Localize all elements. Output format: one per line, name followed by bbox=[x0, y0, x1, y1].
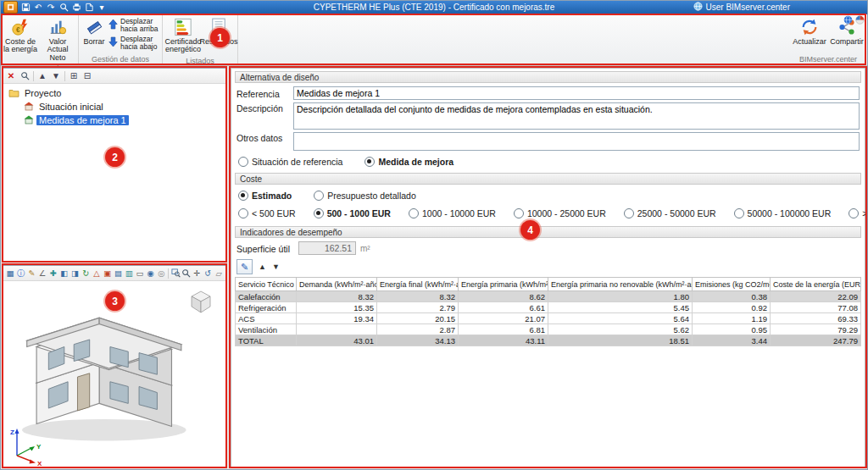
valor-actual-neto-button[interactable]: Valor Actual Neto bbox=[39, 15, 76, 64]
fit-view-icon[interactable]: ▦ bbox=[5, 268, 15, 279]
target-icon[interactable]: ◉ bbox=[146, 268, 156, 279]
cell[interactable]: 1.19 bbox=[693, 313, 771, 324]
otros-datos-textarea[interactable] bbox=[293, 132, 860, 151]
descripcion-textarea[interactable]: Descripción detallada del conjunto de me… bbox=[293, 102, 860, 130]
split-left-icon[interactable]: ◧ bbox=[59, 268, 70, 279]
cell[interactable]: Calefacción bbox=[236, 291, 297, 302]
cell[interactable]: 19.34 bbox=[297, 313, 377, 324]
cell[interactable]: 18.51 bbox=[548, 335, 693, 346]
cell[interactable]: 247.79 bbox=[771, 335, 861, 346]
radio-rango-10000-25000[interactable]: 10000 - 25000 EUR bbox=[514, 208, 606, 218]
delete-icon[interactable]: ✕ bbox=[5, 70, 17, 82]
info-icon[interactable]: ⓘ bbox=[16, 268, 26, 279]
radio-medida-mejora[interactable]: Medida de mejora bbox=[364, 157, 453, 167]
section-plane-icon[interactable]: △ bbox=[92, 268, 102, 279]
desplazar-abajo-button[interactable]: Desplazar hacia abajo bbox=[108, 36, 159, 51]
update-status-icon[interactable] bbox=[855, 15, 865, 26]
cell[interactable]: 0.95 bbox=[693, 324, 771, 335]
cell[interactable]: Ventilación bbox=[236, 324, 297, 335]
list-view-icon[interactable]: ▤ bbox=[114, 268, 124, 279]
radio-presupuesto-detallado[interactable]: Presupuesto detallado bbox=[314, 191, 416, 201]
cell[interactable]: 77.08 bbox=[771, 302, 861, 313]
pan-icon[interactable]: ✛ bbox=[192, 268, 203, 279]
table-row-acs[interactable]: ACS 19.34 20.15 21.07 5.64 1.19 69.33 bbox=[236, 313, 861, 324]
cell[interactable]: 22.09 bbox=[771, 291, 861, 302]
grid-view-icon[interactable]: ▥ bbox=[124, 268, 134, 279]
edit-icon[interactable]: ✎ bbox=[236, 259, 253, 274]
previous-view-icon[interactable]: ▱ bbox=[214, 268, 224, 279]
cell[interactable]: 5.45 bbox=[548, 302, 693, 313]
cell[interactable]: 8.32 bbox=[377, 291, 459, 302]
tree-item-proyecto[interactable]: Proyecto bbox=[5, 86, 224, 100]
monitor-icon[interactable]: ▭ bbox=[135, 268, 145, 279]
zoom-extents-icon[interactable] bbox=[181, 268, 192, 279]
cell[interactable]: 0.92 bbox=[693, 302, 771, 313]
cell[interactable]: 2.79 bbox=[377, 302, 459, 313]
cell[interactable]: 20.15 bbox=[377, 313, 459, 324]
orbit-icon[interactable]: ↺ bbox=[203, 268, 213, 279]
borrar-button[interactable]: Borrar bbox=[81, 15, 108, 54]
expand-all-icon[interactable]: ⊞ bbox=[68, 70, 80, 82]
cell[interactable]: 6.61 bbox=[459, 302, 548, 313]
zoom-window-icon[interactable] bbox=[170, 268, 181, 279]
measure-icon[interactable]: ∠ bbox=[37, 268, 47, 279]
certificado-energetico-button[interactable]: Certificado energético bbox=[164, 15, 202, 56]
cell[interactable]: 1.80 bbox=[548, 291, 693, 302]
cell[interactable]: 8.62 bbox=[459, 291, 548, 302]
visibility-icon[interactable]: ◎ bbox=[157, 268, 167, 279]
row-down-icon[interactable]: ▼ bbox=[272, 263, 280, 271]
world-icon[interactable] bbox=[843, 15, 853, 26]
referencia-input[interactable] bbox=[293, 86, 860, 100]
cell[interactable]: 34.13 bbox=[377, 335, 459, 346]
cell[interactable]: 15.35 bbox=[297, 302, 377, 313]
cell[interactable]: 3.44 bbox=[693, 335, 771, 346]
refresh-view-icon[interactable]: ↻ bbox=[81, 268, 91, 279]
tree-item-situacion-inicial[interactable]: Situación inicial bbox=[5, 100, 224, 113]
radio-rango-menor-500[interactable]: < 500 EUR bbox=[238, 208, 296, 218]
split-right-icon[interactable]: ◨ bbox=[70, 268, 81, 279]
print-icon[interactable] bbox=[70, 2, 82, 13]
annotate-icon[interactable]: ✎ bbox=[27, 268, 37, 279]
cell[interactable] bbox=[297, 324, 377, 335]
cell[interactable]: 69.33 bbox=[771, 313, 861, 324]
orientation-cube-icon[interactable] bbox=[186, 286, 215, 315]
coste-energia-button[interactable]: € Coste de la energía bbox=[2, 15, 39, 64]
radio-situacion-referencia[interactable]: Situación de referencia bbox=[238, 157, 342, 167]
radio-rango-500-1000[interactable]: 500 - 1000 EUR bbox=[314, 208, 391, 218]
cell[interactable]: 2.87 bbox=[377, 324, 459, 335]
row-up-icon[interactable]: ▲ bbox=[259, 263, 266, 271]
actualizar-button[interactable]: Actualizar bbox=[791, 15, 828, 54]
cell[interactable]: 8.32 bbox=[297, 291, 377, 302]
collapse-all-icon[interactable]: ⊟ bbox=[81, 70, 93, 82]
radio-estimado[interactable]: Estimado bbox=[238, 191, 292, 201]
cell[interactable]: 43.01 bbox=[297, 335, 377, 346]
undo-icon[interactable]: ↶ bbox=[32, 2, 44, 13]
resultados-button[interactable]: Resultados bbox=[202, 15, 236, 56]
tree-item-medidas-mejora-1[interactable]: Medidas de mejora 1 bbox=[5, 113, 224, 127]
move-down-icon[interactable]: ▼ bbox=[50, 70, 62, 82]
table-row-total[interactable]: TOTAL 43.01 34.13 43.11 18.51 3.44 247.7… bbox=[236, 335, 861, 346]
table-row-refrigeracion[interactable]: Refrigeración 15.35 2.79 6.61 5.45 0.92 … bbox=[236, 302, 861, 313]
section-box-icon[interactable]: ▣ bbox=[103, 268, 113, 279]
search-icon[interactable] bbox=[19, 70, 31, 82]
model-3d-canvas[interactable]: Z Y X bbox=[3, 281, 225, 467]
table-row-ventilacion[interactable]: Ventilación 2.87 6.81 5.62 0.95 79.29 bbox=[236, 324, 861, 335]
quick-access-dropdown-icon[interactable]: ▾ bbox=[96, 2, 108, 13]
user-area[interactable]: User BIMserver.center bbox=[693, 0, 790, 14]
cell[interactable]: Refrigeración bbox=[236, 302, 297, 313]
add-element-icon[interactable]: ✚ bbox=[48, 268, 58, 279]
radio-rango-25000-50000[interactable]: 25000 - 50000 EUR bbox=[624, 208, 716, 218]
table-row-calefaccion[interactable]: Calefacción 8.32 8.32 8.62 1.80 0.38 22.… bbox=[236, 291, 861, 302]
move-up-icon[interactable]: ▲ bbox=[36, 70, 48, 82]
cell[interactable]: 79.29 bbox=[771, 324, 861, 335]
desplazar-arriba-button[interactable]: Desplazar hacia arriba bbox=[108, 18, 159, 33]
cell[interactable]: 6.81 bbox=[459, 324, 548, 335]
radio-rango-50000-100000[interactable]: 50000 - 100000 EUR bbox=[734, 208, 832, 218]
redo-icon[interactable]: ↷ bbox=[45, 2, 57, 13]
cell[interactable]: 0.38 bbox=[693, 291, 771, 302]
cell[interactable]: TOTAL bbox=[236, 335, 297, 346]
cell[interactable]: 43.11 bbox=[459, 335, 548, 346]
radio-rango-1000-10000[interactable]: 1000 - 10000 EUR bbox=[409, 208, 496, 218]
export-icon[interactable] bbox=[83, 2, 95, 13]
zoom-icon[interactable] bbox=[58, 2, 70, 13]
